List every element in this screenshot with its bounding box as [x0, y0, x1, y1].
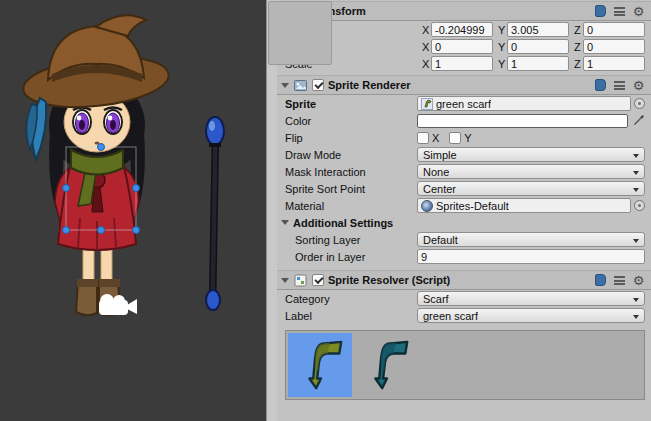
- position-y-input[interactable]: [507, 22, 569, 37]
- preset-icon[interactable]: [612, 273, 627, 287]
- sprite-renderer-title: Sprite Renderer: [328, 79, 411, 91]
- rotation-row: Rotation X Y Z: [277, 38, 651, 55]
- transform-header[interactable]: Transform ⚙: [277, 1, 651, 21]
- sprite-sort-point-row: Sprite Sort Point Center: [277, 180, 651, 197]
- sprite-resolver-enabled-checkbox[interactable]: [312, 274, 324, 286]
- flip-x-checkbox[interactable]: [417, 132, 429, 144]
- rotation-x-input[interactable]: [431, 39, 493, 54]
- sprite-renderer-icon: [293, 78, 308, 92]
- scene-view[interactable]: [0, 0, 266, 421]
- position-x-input[interactable]: [431, 22, 493, 37]
- sprite-resolver-title: Sprite Resolver (Script): [328, 274, 450, 286]
- sorting-layer-value: Default: [423, 234, 458, 246]
- color-swatch[interactable]: [417, 114, 628, 128]
- axis-y-label: Y: [498, 41, 507, 53]
- feather: [26, 98, 46, 160]
- gear-icon[interactable]: ⚙: [631, 78, 646, 92]
- help-icon[interactable]: [593, 4, 608, 18]
- variant-thumb-green-scarf[interactable]: [288, 333, 352, 397]
- material-value: Sprites-Default: [436, 200, 509, 212]
- label-value: green scarf: [423, 310, 478, 322]
- draw-mode-value: Simple: [423, 149, 457, 161]
- mask-interaction-value: None: [423, 166, 449, 178]
- sprite-row: Sprite green scarf: [277, 95, 651, 112]
- scale-x-input[interactable]: [431, 56, 493, 71]
- flip-y-checkbox[interactable]: [449, 132, 461, 144]
- scale-row: Scale X Y Z: [277, 55, 651, 72]
- color-label: Color: [277, 115, 417, 127]
- eyedropper-icon[interactable]: [632, 114, 645, 128]
- position-z-input[interactable]: [583, 22, 645, 37]
- label-dropdown[interactable]: green scarf: [417, 308, 645, 323]
- mask-interaction-row: Mask Interaction None: [277, 163, 651, 180]
- inspector-panel: Transform ⚙ Position X Y Z Rotation X Y: [277, 0, 651, 421]
- character-sprite: [21, 15, 171, 315]
- draw-mode-label: Draw Mode: [277, 149, 417, 161]
- category-row: Category Scarf: [277, 290, 651, 307]
- sprite-variant-selector: [285, 330, 645, 400]
- camera-gizmo-icon: [99, 294, 137, 315]
- staff-sprite: [206, 117, 224, 310]
- axis-x-label: X: [422, 41, 431, 53]
- preset-icon[interactable]: [612, 4, 627, 18]
- rotation-z-input[interactable]: [583, 39, 645, 54]
- flip-y-label: Y: [464, 132, 471, 144]
- label-row: Label green scarf: [277, 307, 651, 324]
- scale-y-input[interactable]: [507, 56, 569, 71]
- axis-y-label: Y: [498, 24, 507, 36]
- foldout-icon[interactable]: [281, 278, 289, 283]
- foldout-icon[interactable]: [281, 220, 289, 225]
- preset-icon[interactable]: [612, 78, 627, 92]
- flip-label: Flip: [277, 132, 417, 144]
- order-in-layer-input[interactable]: [417, 249, 645, 264]
- axis-y-label: Y: [498, 58, 507, 70]
- sprite-value: green scarf: [436, 98, 491, 110]
- material-label: Material: [277, 200, 417, 212]
- inspector-scrollbar[interactable]: [266, 0, 277, 421]
- color-row: Color: [277, 112, 651, 129]
- label-label: Label: [277, 310, 417, 322]
- help-icon[interactable]: [593, 273, 608, 287]
- flip-x-label: X: [432, 132, 439, 144]
- sprite-object-field[interactable]: green scarf: [417, 96, 631, 111]
- sprite-object-picker[interactable]: [634, 98, 645, 109]
- sprite-label: Sprite: [277, 98, 417, 110]
- scale-z-input[interactable]: [583, 56, 645, 71]
- material-row: Material Sprites-Default: [277, 197, 651, 214]
- sprite-resolver-icon: [293, 273, 308, 287]
- sprite-sort-point-value: Center: [423, 183, 456, 195]
- additional-settings-label: Additional Settings: [293, 217, 393, 229]
- sprite-mini-icon: [421, 98, 433, 110]
- order-in-layer-row: Order in Layer: [277, 248, 651, 265]
- sorting-layer-label: Sorting Layer: [277, 234, 417, 246]
- sprite-sort-point-label: Sprite Sort Point: [277, 183, 417, 195]
- sprite-renderer-header[interactable]: Sprite Renderer ⚙: [277, 75, 651, 95]
- variant-thumb-teal-scarf[interactable]: [354, 333, 418, 397]
- gear-icon[interactable]: ⚙: [631, 4, 646, 18]
- material-icon: [421, 200, 433, 212]
- unity-editor-window: Transform ⚙ Position X Y Z Rotation X Y: [0, 0, 651, 421]
- additional-settings-foldout[interactable]: Additional Settings: [277, 214, 651, 231]
- scrollbar-thumb[interactable]: [268, 1, 332, 65]
- help-icon[interactable]: [593, 78, 608, 92]
- axis-x-label: X: [422, 58, 431, 70]
- scene-canvas: [0, 0, 266, 421]
- category-label: Category: [277, 293, 417, 305]
- category-dropdown[interactable]: Scarf: [417, 291, 645, 306]
- sprite-renderer-enabled-checkbox[interactable]: [312, 79, 324, 91]
- mask-interaction-dropdown[interactable]: None: [417, 164, 645, 179]
- material-object-picker[interactable]: [634, 200, 645, 211]
- rotation-y-input[interactable]: [507, 39, 569, 54]
- sprite-resolver-header[interactable]: Sprite Resolver (Script) ⚙: [277, 270, 651, 290]
- order-in-layer-label: Order in Layer: [277, 251, 417, 263]
- sprite-sort-point-dropdown[interactable]: Center: [417, 181, 645, 196]
- material-object-field[interactable]: Sprites-Default: [417, 198, 631, 213]
- position-row: Position X Y Z: [277, 21, 651, 38]
- mask-interaction-label: Mask Interaction: [277, 166, 417, 178]
- sorting-layer-dropdown[interactable]: Default: [417, 232, 645, 247]
- flip-row: Flip X Y: [277, 129, 651, 146]
- gear-icon[interactable]: ⚙: [631, 273, 646, 287]
- draw-mode-dropdown[interactable]: Simple: [417, 147, 645, 162]
- foldout-icon[interactable]: [281, 83, 289, 88]
- axis-x-label: X: [422, 24, 431, 36]
